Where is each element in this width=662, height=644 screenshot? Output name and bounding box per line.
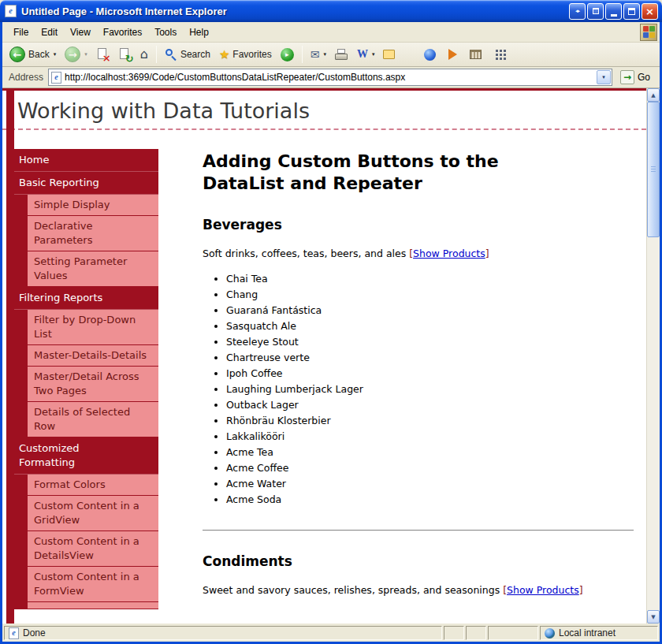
- nav-indent: [12, 310, 28, 344]
- go-button[interactable]: → Go: [617, 70, 656, 84]
- back-dropdown-icon[interactable]: ▾: [54, 51, 57, 58]
- product-item: Sasquatch Ale: [226, 318, 634, 334]
- go-arrow-icon: →: [620, 70, 634, 84]
- sidebar-item-clipped[interactable]: [12, 602, 158, 609]
- scrollbar-thumb[interactable]: [647, 102, 660, 237]
- launch-button[interactable]: [444, 47, 461, 61]
- windows-flag-throbber-icon: [640, 24, 657, 41]
- menu-help[interactable]: Help: [183, 24, 215, 41]
- menu-view[interactable]: View: [64, 24, 97, 41]
- sidebar-item-master-detail-across-two-pages[interactable]: Master/Detail Across Two Pages: [12, 367, 158, 402]
- address-url: http://localhost:3699/Code/CustomButtons…: [65, 72, 593, 83]
- sidebar-item-basic-reporting[interactable]: Basic Reporting: [12, 172, 158, 195]
- messenger-button[interactable]: [420, 47, 440, 62]
- forward-button[interactable]: → ▾: [61, 45, 91, 64]
- product-item: Laughing Lumberjack Lager: [226, 382, 634, 397]
- menu-edit[interactable]: Edit: [35, 24, 64, 41]
- refresh-button[interactable]: ↻: [114, 47, 136, 63]
- mail-dropdown-icon[interactable]: ▾: [323, 51, 326, 58]
- nav-indent: [12, 475, 28, 495]
- sidebar-item-filtering-reports[interactable]: Filtering Reports: [12, 287, 158, 310]
- show-products-link[interactable]: Show Products: [413, 248, 485, 259]
- status-page-icon: e: [9, 627, 19, 639]
- mail-icon: ✉: [311, 49, 320, 60]
- maximize-button[interactable]: [623, 3, 640, 20]
- minimize-button[interactable]: [605, 3, 622, 20]
- vertical-scrollbar[interactable]: ▲ ▼: [646, 88, 660, 624]
- forward-dropdown-icon[interactable]: ▾: [84, 51, 87, 58]
- sidebar-item-label: Custom Content in a DetailsView: [28, 531, 158, 566]
- site-header: Working with Data Tutorials: [17, 99, 646, 123]
- sidebar-item-declarative-parameters[interactable]: Declarative Parameters: [12, 216, 158, 251]
- print-button[interactable]: [331, 47, 352, 62]
- toolbar-separator: [302, 46, 303, 63]
- product-item: Rhönbräu Klosterbier: [226, 413, 634, 429]
- address-input[interactable]: e http://localhost:3699/Code/CustomButto…: [48, 69, 612, 86]
- menu-file[interactable]: File: [7, 24, 35, 41]
- product-item: Guaraná Fantástica: [226, 303, 634, 318]
- sidebar-item-custom-content-in-a-detailsview[interactable]: Custom Content in a DetailsView: [12, 531, 158, 567]
- home-icon: ⌂: [140, 48, 148, 61]
- sidebar-item-custom-content-in-a-formview[interactable]: Custom Content in a FormView: [12, 567, 158, 602]
- product-item: Chartreuse verte: [226, 350, 634, 366]
- grid-button[interactable]: [490, 48, 510, 61]
- media-button[interactable]: ▸: [277, 47, 298, 63]
- sidebar-item-label: Custom Content in a GridView: [28, 496, 158, 530]
- status-pane-empty: [466, 626, 486, 640]
- back-button[interactable]: ← Back ▾: [6, 45, 60, 64]
- content-sections: BeveragesSoft drinks, coffees, teas, bee…: [203, 217, 634, 596]
- close-button[interactable]: ×: [642, 3, 658, 20]
- mail-button[interactable]: ✉ ▾: [307, 47, 330, 61]
- sidebar-item-details-of-selected-row[interactable]: Details of Selected Row: [12, 402, 158, 437]
- sidebar-item-simple-display[interactable]: Simple Display: [12, 195, 158, 216]
- page-title: Adding Custom Buttons to the DataList an…: [203, 151, 553, 195]
- globe-icon: [545, 628, 555, 638]
- back-icon: ←: [9, 47, 25, 62]
- sidebar-item-format-colors[interactable]: Format Colors: [12, 475, 158, 496]
- menu-tools[interactable]: Tools: [148, 24, 183, 41]
- show-products-link[interactable]: Show Products: [507, 584, 579, 596]
- title-bar: e Untitled Page - Microsoft Internet Exp…: [0, 0, 662, 22]
- favorites-button[interactable]: ★ Favorites: [215, 47, 276, 62]
- product-item: Ipoh Coffee: [226, 366, 634, 382]
- stop-button[interactable]: ×: [92, 47, 113, 63]
- scrollbar-track[interactable]: [647, 102, 660, 610]
- window-controls: ◂▸ ×: [569, 3, 658, 20]
- status-text-pane: e Done: [4, 626, 442, 640]
- edit-dropdown-icon[interactable]: ▾: [372, 51, 375, 58]
- sidebar-item-setting-parameter-values[interactable]: Setting Parameter Values: [12, 251, 158, 287]
- research-button[interactable]: [466, 48, 485, 61]
- browser-viewport: Working with Data Tutorials HomeBasic Re…: [2, 88, 660, 624]
- zone-text: Local intranet: [559, 627, 616, 638]
- discuss-button[interactable]: [379, 48, 399, 61]
- nav-indent: [12, 402, 28, 437]
- edit-button[interactable]: W ▾: [353, 47, 379, 62]
- page-content: Working with Data Tutorials HomeBasic Re…: [2, 88, 646, 624]
- sidebar-item-label: Master-Details-Details: [28, 345, 158, 366]
- sidebar-item-customized-formatting[interactable]: Customized Formatting: [12, 437, 158, 475]
- scroll-up-button[interactable]: ▲: [647, 88, 660, 102]
- scroll-down-button[interactable]: ▼: [647, 610, 660, 624]
- home-button[interactable]: ⌂: [136, 47, 152, 62]
- media-icon: ▸: [281, 48, 294, 61]
- nav-indent: [12, 367, 28, 401]
- arrow-up-icon: ▲: [651, 92, 655, 99]
- sidebar-item-filter-by-drop-down-list[interactable]: Filter by Drop-Down List: [12, 310, 158, 345]
- search-button[interactable]: Search: [161, 47, 214, 62]
- category-heading: Beverages: [203, 217, 634, 233]
- page-left-border: [6, 91, 14, 624]
- sidebar-item-custom-content-in-a-gridview[interactable]: Custom Content in a GridView: [12, 496, 158, 531]
- favorites-star-icon: ★: [219, 49, 229, 61]
- search-icon: [165, 48, 177, 61]
- search-label: Search: [180, 49, 210, 60]
- sidebar-item-master-details-details[interactable]: Master-Details-Details: [12, 345, 158, 367]
- sidebar-item-home[interactable]: Home: [12, 149, 158, 172]
- print-icon: [335, 49, 348, 61]
- window-extra-icon-1[interactable]: ◂▸: [569, 3, 586, 20]
- sidebar-item-label: Format Colors: [28, 475, 158, 495]
- window-extra-icon-2[interactable]: [587, 3, 604, 20]
- category-heading: Condiments: [203, 553, 634, 569]
- address-dropdown-icon[interactable]: ▾: [597, 70, 611, 84]
- sidebar-item-label: Declarative Parameters: [28, 216, 158, 251]
- menu-favorites[interactable]: Favorites: [97, 24, 148, 41]
